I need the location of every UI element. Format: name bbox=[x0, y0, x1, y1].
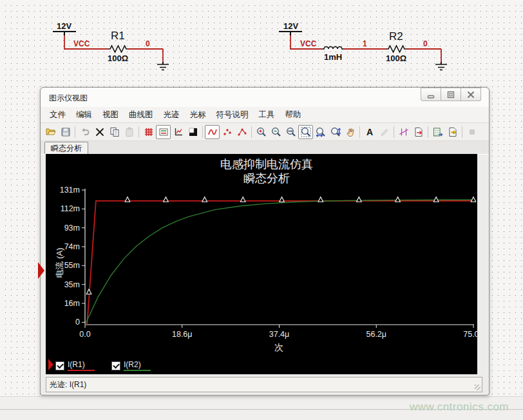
toolbar-separator bbox=[359, 126, 360, 138]
toolbar-export-excel-button[interactable] bbox=[430, 125, 445, 139]
zoom-restore-icon: 100 bbox=[286, 127, 296, 137]
legend-checkbox-I(R1)[interactable] bbox=[55, 361, 64, 370]
toolbar-line-mode-button[interactable] bbox=[205, 125, 220, 139]
menu-item-0[interactable]: 文件 bbox=[44, 108, 71, 122]
toolbar-invert-colors-button[interactable] bbox=[185, 125, 200, 139]
power-source-1[interactable]: 12V bbox=[53, 21, 76, 35]
menu-item-2[interactable]: 视图 bbox=[97, 108, 124, 122]
trace-marker bbox=[280, 197, 285, 202]
resistor-value-r1: 100Ω bbox=[108, 53, 128, 63]
net-label-1: 1 bbox=[363, 39, 367, 48]
export-icon bbox=[414, 127, 424, 137]
tab-bar: 瞬态分析 bbox=[41, 141, 489, 155]
menu-item-8[interactable]: 帮助 bbox=[280, 108, 307, 122]
delete-icon bbox=[95, 127, 105, 137]
schematic-workspace[interactable]: 12V VCC R1 100Ω 0 12V VCC 1mH bbox=[0, 0, 523, 396]
trace-marker bbox=[202, 197, 207, 202]
transient-analysis-chart[interactable]: 电感抑制电流仿真 瞬态分析 131m112m93m74m55m35m16m0 0… bbox=[46, 154, 477, 374]
grapher-window: 图示仪视图 文件编辑视图曲线图光迹光标符号说明工具帮助 100A 瞬态分析 bbox=[40, 87, 490, 396]
export-excel-icon bbox=[433, 127, 443, 137]
net-label-vcc-2: VCC bbox=[300, 39, 317, 48]
toolbar-stop-button[interactable] bbox=[464, 125, 479, 139]
legend-checkbox-I(R2)[interactable] bbox=[111, 361, 120, 370]
trace-marker bbox=[164, 197, 169, 202]
toolbar-zoom-x-button[interactable] bbox=[313, 125, 328, 139]
chart-area[interactable]: 电感抑制电流仿真 瞬态分析 131m112m93m74m55m35m16m0 0… bbox=[46, 154, 477, 374]
toolbar-delete-button[interactable] bbox=[92, 125, 107, 139]
toolbar-zoom-y-button[interactable] bbox=[328, 125, 343, 139]
toolbar-add-text-button[interactable]: A bbox=[362, 125, 377, 139]
toolbar-show-legend-button[interactable] bbox=[156, 125, 171, 139]
legend-item-I(R1): I(R1) bbox=[48, 359, 95, 371]
inductor-value: 1mH bbox=[324, 52, 342, 62]
toolbar-separator bbox=[428, 126, 428, 138]
trace-I(R2)[interactable] bbox=[85, 200, 473, 325]
ground-symbol-2[interactable] bbox=[435, 62, 447, 70]
legend-item-I(R2): I(R2) bbox=[111, 361, 151, 371]
toolbar-open-button[interactable] bbox=[43, 125, 58, 139]
minimize-button[interactable] bbox=[421, 88, 441, 101]
y-tick-label: 16m bbox=[64, 299, 80, 308]
wire[interactable] bbox=[406, 49, 441, 64]
close-button[interactable] bbox=[461, 88, 481, 101]
show-legend-icon bbox=[158, 127, 169, 137]
toolbar-save-button[interactable] bbox=[58, 125, 73, 139]
toolbar-zoom-area-button[interactable] bbox=[298, 125, 313, 139]
resistor-r2[interactable]: R2 100Ω bbox=[386, 30, 406, 63]
x-tick-label: 37.4μ bbox=[269, 330, 290, 339]
x-tick-label: 18.6μ bbox=[172, 330, 193, 339]
net-label-vcc-1: VCC bbox=[73, 39, 90, 48]
axis-selector-arrow[interactable] bbox=[38, 262, 44, 279]
zoom-out-icon bbox=[271, 127, 281, 137]
toolbar-show-cursors-button[interactable] bbox=[396, 125, 411, 139]
y-tick-label: 131m bbox=[60, 186, 80, 195]
menu-item-3[interactable]: 曲线图 bbox=[124, 108, 158, 122]
toolbar-graph-properties-button[interactable] bbox=[171, 125, 185, 139]
resize-grip[interactable] bbox=[475, 385, 480, 390]
toolbar-export-button[interactable] bbox=[411, 125, 426, 139]
y-tick-label: 55m bbox=[64, 261, 80, 270]
toolbar-zoom-out-button[interactable] bbox=[269, 125, 283, 139]
menu-item-1[interactable]: 编辑 bbox=[71, 108, 97, 122]
toolbar-undo-button[interactable] bbox=[77, 125, 92, 139]
resistor-r1[interactable]: R1 100Ω bbox=[108, 30, 128, 63]
toolbar-pan-button[interactable] bbox=[343, 125, 357, 139]
paste-icon bbox=[124, 127, 135, 137]
window-title: 图示仪视图 bbox=[49, 93, 88, 104]
save-icon bbox=[61, 127, 71, 137]
line-point-mode-icon bbox=[237, 127, 247, 137]
status-text: 光迹: I(R1) bbox=[46, 379, 86, 390]
toolbar-line-point-mode-button[interactable] bbox=[234, 125, 249, 139]
menu-item-5[interactable]: 光标 bbox=[185, 108, 211, 122]
resistor-ref-r1: R1 bbox=[111, 30, 125, 42]
trace-marker bbox=[433, 197, 439, 202]
toolbar-copy-button[interactable] bbox=[107, 125, 122, 139]
toolbar-zoom-in-button[interactable] bbox=[254, 125, 269, 139]
x-tick-label: 0.0 bbox=[79, 330, 90, 339]
chart-subtitle: 瞬态分析 bbox=[243, 172, 290, 185]
trace-I(R1)[interactable] bbox=[87, 201, 473, 325]
close-icon bbox=[466, 90, 476, 100]
tab-transient-analysis[interactable]: 瞬态分析 bbox=[44, 142, 88, 154]
toolbar-zoom-restore-button[interactable]: 100 bbox=[283, 125, 298, 139]
toolbar-paste-button[interactable] bbox=[122, 125, 137, 139]
menu-item-6[interactable]: 符号说明 bbox=[211, 108, 254, 122]
circuit-schematic: 12V VCC R1 100Ω 0 12V VCC 1mH bbox=[0, 0, 523, 87]
resistor-ref-r2: R2 bbox=[389, 30, 403, 43]
menu-item-7[interactable]: 工具 bbox=[254, 108, 280, 122]
toolbar-annotate-button[interactable] bbox=[377, 125, 392, 139]
toolbar-show-grid-button[interactable] bbox=[141, 125, 156, 139]
wire[interactable] bbox=[128, 49, 163, 64]
export-report-icon bbox=[448, 127, 458, 137]
inductor-l1[interactable]: 1mH bbox=[322, 47, 344, 62]
toolbar-export-report-button[interactable] bbox=[445, 125, 460, 139]
ground-symbol-1[interactable] bbox=[157, 62, 169, 70]
resistor-value-r2: 100Ω bbox=[386, 53, 406, 63]
window-titlebar[interactable]: 图示仪视图 bbox=[41, 88, 489, 108]
menu-item-4[interactable]: 光迹 bbox=[158, 108, 185, 122]
toolbar-point-mode-button[interactable] bbox=[220, 125, 234, 139]
power-source-2[interactable]: 12V bbox=[279, 21, 302, 35]
selected-trace-arrow bbox=[48, 359, 53, 370]
y-tick-label: 0 bbox=[75, 318, 80, 327]
restore-button[interactable] bbox=[441, 88, 461, 101]
